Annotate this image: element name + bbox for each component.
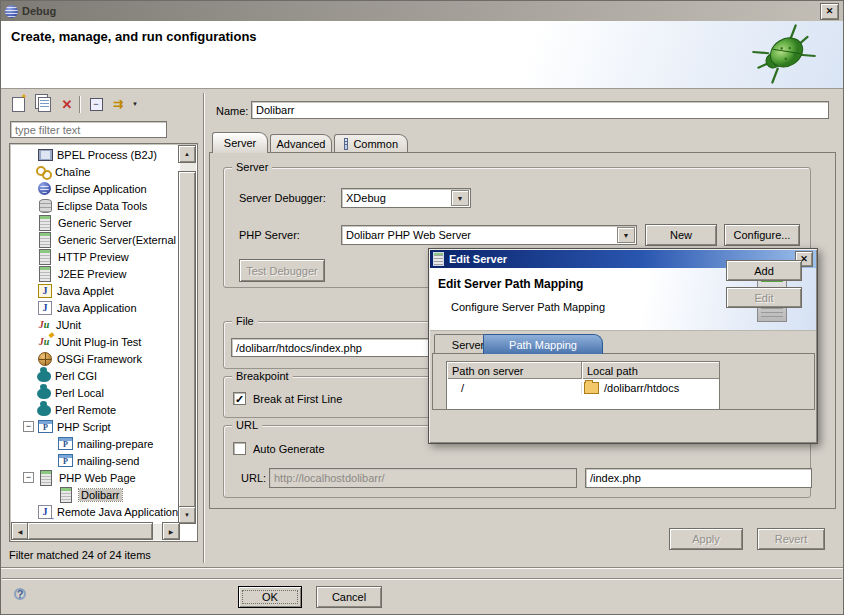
tree-item-eclipse-data-tools[interactable]: Eclipse Data Tools	[11, 197, 198, 214]
scroll-down-icon: ▼	[184, 512, 190, 518]
delete-icon: ✕	[62, 97, 73, 112]
remote-java-icon: J	[38, 505, 52, 519]
php-script-icon: P	[38, 420, 53, 433]
path-mapping-table: Path on server Local path / /dolibarr/ht…	[446, 361, 720, 410]
configure-server-button[interactable]: Configure...	[724, 224, 800, 246]
tree-item-perl-local[interactable]: Perl Local	[11, 384, 198, 401]
new-configuration-icon	[12, 97, 25, 112]
name-label: Name:	[216, 105, 248, 117]
scroll-right-button[interactable]: ▶	[162, 522, 180, 540]
filter-icon: ⇉	[113, 97, 123, 111]
dialog-help-button[interactable]: ?	[14, 588, 26, 600]
php-server-select[interactable]: Dolibarr PHP Web Server ▼	[341, 225, 637, 245]
delete-configuration-button[interactable]: ✕	[56, 94, 78, 114]
new-server-button[interactable]: New	[645, 224, 717, 246]
test-debugger-button[interactable]: Test Debugger	[239, 259, 325, 282]
tab-common[interactable]: Common	[334, 134, 408, 153]
tree-item-perl-cgi[interactable]: Perl CGI	[11, 367, 198, 384]
tree-item-osgi-framework[interactable]: OSGi Framework	[11, 350, 198, 367]
collapse-expander-icon[interactable]: −	[23, 421, 34, 432]
server-icon	[433, 252, 444, 266]
tree-item-java-application[interactable]: JJava Application	[11, 299, 198, 316]
horizontal-scroll-thumb[interactable]	[27, 522, 153, 540]
tree-item-php-web-page[interactable]: −PHP Web Page	[11, 469, 191, 486]
breakpoint-group-title: Breakpoint	[232, 370, 293, 382]
server-icon	[39, 266, 51, 282]
cancel-button[interactable]: Cancel	[316, 586, 382, 608]
collapse-all-button[interactable]: −	[85, 94, 107, 114]
check-icon: ✓	[235, 394, 244, 404]
ok-button[interactable]: OK	[238, 586, 302, 608]
tree-item-bpel-process[interactable]: BPEL Process (B2J)	[11, 146, 198, 163]
url-path-input[interactable]	[585, 468, 812, 488]
path-mapping-panel: Path on server Local path / /dolibarr/ht…	[432, 353, 815, 410]
tree-item-mailing-send[interactable]: Pmailing-send	[11, 452, 198, 469]
tree-item-j2ee-preview[interactable]: J2EE Preview	[11, 265, 198, 282]
tree-item-http-preview[interactable]: HTTP Preview	[11, 248, 198, 265]
tree-item-generic-server-external[interactable]: Generic Server(External La	[11, 231, 198, 248]
window-titlebar: Debug ✕	[1, 1, 843, 21]
window-close-button[interactable]: ✕	[820, 3, 839, 20]
php-script-icon: P	[58, 454, 73, 467]
debug-configurations-window: Debug ✕ Create, manage, and run configur…	[0, 0, 844, 615]
filter-input[interactable]	[10, 121, 167, 138]
url-label: URL:	[241, 472, 266, 484]
break-first-line-checkbox[interactable]: ✓	[233, 392, 246, 405]
php-server-label: PHP Server:	[239, 229, 300, 241]
tree-item-eclipse-application[interactable]: Eclipse Application	[11, 180, 198, 197]
toolbar-separator	[79, 96, 81, 113]
tree-item-generic-server[interactable]: Generic Server	[11, 214, 198, 231]
chevron-down-icon: ▼	[132, 101, 138, 107]
scroll-down-button[interactable]: ▼	[178, 506, 196, 524]
auto-generate-checkbox[interactable]	[233, 442, 246, 455]
server-path-cell: /	[447, 382, 582, 394]
dialog-subheading: Configure Server Path Mapping	[451, 301, 605, 313]
dialog-button-bar: ? OK Cancel	[2, 578, 842, 613]
scroll-up-button[interactable]: ▲	[178, 145, 196, 163]
tree-item-junit[interactable]: JuJUnit	[11, 316, 198, 333]
edit-mapping-button[interactable]: Edit	[726, 287, 802, 308]
combo-arrow-icon[interactable]: ▼	[617, 227, 635, 243]
tree-item-junit-plugin-test[interactable]: JuJUnit Plug-in Test	[11, 333, 198, 350]
table-row[interactable]: / /dolibarr/htdocs	[447, 379, 719, 396]
name-input[interactable]	[251, 101, 829, 119]
revert-button[interactable]: Revert	[757, 528, 825, 550]
server-debugger-select[interactable]: XDebug ▼	[341, 188, 471, 208]
tree-item-remote-java-application[interactable]: JRemote Java Application	[11, 503, 198, 520]
scroll-left-icon: ◀	[18, 528, 23, 535]
combo-arrow-icon[interactable]: ▼	[451, 190, 469, 206]
tree-item-php-script[interactable]: −PPHP Script	[11, 418, 191, 435]
collapse-all-icon: −	[90, 98, 103, 111]
tree-item-perl-remote[interactable]: Perl Remote	[11, 401, 198, 418]
collapse-expander-icon[interactable]: −	[23, 472, 34, 483]
footer-separator	[1, 567, 843, 569]
tree-item-chaine[interactable]: Chaîne	[11, 163, 198, 180]
database-icon	[39, 199, 52, 213]
url-base-field: http://localhostdolibarr/	[269, 468, 577, 488]
filter-configurations-button[interactable]: ⇉	[107, 94, 129, 114]
perl-camel-icon	[37, 405, 51, 416]
eclipse-logo-icon	[5, 5, 18, 18]
window-title: Debug	[22, 5, 56, 17]
dialog-tab-path-mapping[interactable]: Path Mapping	[483, 334, 603, 354]
column-header-local-path: Local path	[582, 362, 719, 379]
filter-menu-dropdown[interactable]: ▼	[129, 94, 141, 114]
tree-item-mailing-prepare[interactable]: Pmailing-prepare	[11, 435, 198, 452]
vertical-scroll-thumb[interactable]	[178, 171, 196, 508]
page-title: Create, manage, and run configurations	[11, 29, 257, 44]
duplicate-configuration-button[interactable]	[32, 94, 54, 114]
new-configuration-button[interactable]	[7, 94, 29, 114]
eclipse-application-icon	[38, 182, 51, 195]
tree-item-dolibarr[interactable]: Dolibarr	[11, 486, 198, 503]
break-first-line-label: Break at First Line	[253, 393, 342, 405]
tab-advanced[interactable]: Advanced	[270, 134, 332, 153]
java-application-icon: J	[38, 301, 52, 315]
panel-divider[interactable]	[203, 93, 205, 563]
add-mapping-button[interactable]: Add	[726, 260, 802, 281]
server-icon	[39, 215, 51, 231]
tree-item-java-applet[interactable]: JJava Applet	[11, 282, 198, 299]
tab-server[interactable]: Server	[212, 132, 268, 153]
server-group-title: Server	[232, 161, 272, 173]
file-group-title: File	[232, 315, 258, 327]
apply-button[interactable]: Apply	[669, 528, 743, 550]
